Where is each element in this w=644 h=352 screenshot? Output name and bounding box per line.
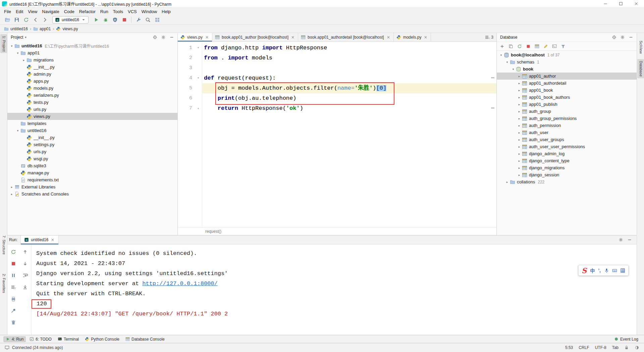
down-stack-trace-button[interactable] (21, 260, 29, 267)
soft-wrap-button[interactable] (21, 271, 29, 279)
rerun-button[interactable] (9, 248, 17, 256)
project-item-requirements-txt[interactable]: requirements.txt (7, 176, 177, 183)
menu-item-navigate[interactable]: Navigate (40, 8, 61, 15)
gear-button[interactable] (617, 236, 625, 244)
database-item-app01-author[interactable]: ▸app01_author (497, 73, 637, 80)
toolwindow-button-6-todo[interactable]: 6: TODO (27, 336, 54, 342)
database-item-book-localhost[interactable]: ▾book@localhost1 of 37 (497, 51, 637, 58)
tool-stripe-database[interactable]: Database (637, 59, 644, 78)
project-item-serializers-py[interactable]: serializers.py (7, 92, 177, 99)
menu-item-view[interactable]: View (25, 8, 40, 15)
code-text[interactable]: return HttpResponse('ok') (202, 103, 496, 114)
code-editor[interactable]: 1▾from django.http import HttpResponse2f… (178, 42, 496, 227)
close-tab-icon[interactable] (423, 35, 428, 40)
run-console[interactable]: System check identified no issues (0 sil… (32, 245, 637, 335)
project-item-migrations[interactable]: ▸migrations (7, 56, 177, 63)
back-button[interactable] (32, 16, 39, 24)
project-item-urls-py[interactable]: urls.py (7, 148, 177, 155)
sogou-input-bar[interactable]: S 中 ’, (578, 265, 629, 276)
menu-item-code[interactable]: Code (62, 8, 77, 15)
project-item-init-py[interactable]: __init__.py (7, 63, 177, 71)
gear-button[interactable] (619, 34, 626, 41)
sogou-punctuation[interactable]: ’, (598, 268, 601, 273)
close-button[interactable] (629, 0, 644, 7)
project-item-untitled16[interactable]: ▾untitled16E:\工作\pycharm练习课件\untitled16 (7, 42, 177, 49)
minus-button[interactable] (626, 236, 633, 244)
database-item-auth-group-permissions[interactable]: ▸auth_group_permissions (497, 115, 637, 122)
sogou-keyboard-icon[interactable] (612, 268, 617, 273)
database-item-collations[interactable]: ▸collations222 (497, 178, 637, 185)
database-item-auth-group[interactable]: ▸auth_group (497, 108, 637, 115)
target-button[interactable] (151, 34, 159, 41)
menu-item-vcs[interactable]: VCS (125, 8, 139, 15)
table-button[interactable] (533, 43, 541, 50)
stop-button[interactable] (120, 16, 128, 24)
code-text[interactable] (202, 63, 496, 73)
save-button[interactable] (13, 16, 20, 24)
minimize-button[interactable] (598, 0, 613, 7)
breadcrumb-item-views-py[interactable]: views.py (56, 27, 78, 31)
tool-stripe-sciview[interactable]: SciView (637, 39, 644, 55)
status-tab[interactable]: Tab (612, 345, 619, 350)
close-tab-icon[interactable] (50, 237, 55, 242)
wrench-button[interactable] (135, 16, 142, 24)
tool-stripe-2-favorites[interactable]: 2: Favorites (0, 272, 7, 295)
minus-button[interactable] (627, 34, 635, 41)
database-item-django-migrations[interactable]: ▸django_migrations (497, 164, 637, 171)
show-console-list-button[interactable] (9, 283, 17, 291)
toolwindow-button-python-console[interactable]: Python Console (83, 336, 122, 342)
project-item-templates[interactable]: templates (7, 120, 177, 127)
menu-item-run[interactable]: Run (98, 8, 111, 15)
sync-button[interactable] (516, 43, 523, 50)
maximize-button[interactable] (613, 0, 629, 7)
database-item-auth-permission[interactable]: ▸auth_permission (497, 122, 637, 129)
project-item-wsgi-py[interactable]: wsgi.py (7, 155, 177, 162)
database-item-app01-book[interactable]: ▸app01_book (497, 87, 637, 94)
close-tab-icon[interactable] (205, 35, 209, 40)
database-item-django-admin-log[interactable]: ▸django_admin_log (497, 150, 637, 157)
database-item-app01-publish[interactable]: ▸app01_publish (497, 101, 637, 108)
tool-stripe-7-structure[interactable]: 7: Structure (0, 234, 7, 256)
menu-item-edit[interactable]: Edit (13, 8, 25, 15)
layout-button[interactable] (153, 16, 161, 24)
project-item-models-py[interactable]: models.py (7, 85, 177, 92)
project-item-app01[interactable]: ▾app01 (7, 49, 177, 56)
status-5-53[interactable]: 5:53 (565, 345, 573, 350)
funnel-button[interactable] (559, 43, 567, 50)
breadcrumb-item-untitled16[interactable]: untitled16 (4, 27, 28, 31)
tool-stripe-1-project[interactable]: 1: Project (0, 34, 7, 53)
database-item-django-session[interactable]: ▸django_session (497, 171, 637, 178)
database-item-auth-user[interactable]: ▸auth_user (497, 129, 637, 136)
database-item-django-content-type[interactable]: ▸django_content_type (497, 157, 637, 164)
hidden-tabs-dropdown[interactable]: 3 (485, 33, 496, 41)
minus-button[interactable] (168, 34, 175, 41)
toolwindow-button-4-run[interactable]: 4: Run (3, 336, 26, 342)
run-tab-untitled16[interactable]: dj untitled16 (20, 235, 59, 244)
close-tab-icon[interactable] (386, 35, 391, 40)
coverage-button[interactable] (111, 16, 119, 24)
run-button[interactable] (92, 16, 100, 24)
pin-tab-button[interactable] (9, 307, 17, 314)
menu-item-window[interactable]: Window (139, 8, 159, 15)
run-configuration-select[interactable]: dj untitled16 (52, 16, 89, 24)
breadcrumb-item-app01[interactable]: app01 (33, 27, 51, 31)
project-item-init-py[interactable]: __init__.py (7, 134, 177, 141)
database-item-schemas[interactable]: ▾schemas1 (497, 58, 637, 65)
project-item-admin-py[interactable]: admin.py (7, 71, 177, 78)
fold-marker[interactable]: ▾ (195, 73, 202, 83)
project-item-urls-py[interactable]: urls.py (7, 106, 177, 113)
project-item-tests-py[interactable]: tests.py (7, 99, 177, 106)
code-text[interactable]: print(obj.au.telephone) (202, 93, 496, 103)
clear-all-button[interactable] (9, 318, 17, 326)
sync-button[interactable] (22, 16, 30, 24)
status-crlf[interactable]: CRLF (579, 345, 589, 350)
database-item-book[interactable]: ▾book (497, 65, 637, 73)
database-item-app01-authordetail[interactable]: ▸app01_authordetail (497, 80, 637, 87)
up-stack-trace-button[interactable] (21, 248, 29, 256)
project-item-apps-py[interactable]: apps.py (7, 78, 177, 85)
sogou-mic-icon[interactable] (604, 268, 609, 273)
project-item-views-py[interactable]: views.py (7, 113, 177, 120)
stop-button[interactable] (525, 43, 532, 50)
menu-item-refactor[interactable]: Refactor (77, 8, 98, 15)
code-text[interactable]: obj = models.Author.objects.filter(name=… (202, 83, 496, 93)
